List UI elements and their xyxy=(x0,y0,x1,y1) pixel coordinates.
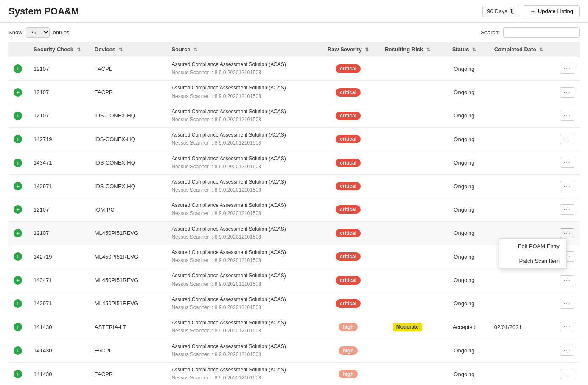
row-actions-button[interactable]: ··· xyxy=(560,64,574,74)
page-title: System POA&M xyxy=(8,6,79,17)
table-row: +12107ML450PI51REVGAssured Compliance As… xyxy=(8,221,580,245)
add-row-icon[interactable]: + xyxy=(14,370,22,378)
risk-cell xyxy=(376,128,440,151)
source-line2: Nessus Scanner :: 8.9.0.202012101508 xyxy=(171,209,315,218)
add-cell: + xyxy=(8,245,28,268)
add-row-icon[interactable]: + xyxy=(14,323,22,331)
add-cell: + xyxy=(8,268,28,292)
search-label: Search: xyxy=(481,29,500,36)
security-check-cell: 142971 xyxy=(28,292,90,315)
risk-cell xyxy=(376,174,440,198)
add-row-icon[interactable]: + xyxy=(14,299,22,308)
row-actions-button[interactable]: ··· xyxy=(560,275,574,285)
add-row-icon[interactable]: + xyxy=(14,88,22,97)
sort-icon-status: ⇅ xyxy=(472,47,476,52)
col-header-date[interactable]: Completed Date ⇅ xyxy=(489,42,552,57)
severity-badge: critical xyxy=(336,159,361,167)
add-row-icon[interactable]: + xyxy=(14,159,22,167)
source-cell: Assured Compliance Assessment Solution (… xyxy=(166,221,320,245)
add-row-icon[interactable]: + xyxy=(14,64,22,73)
source-line1: Assured Compliance Assessment Solution (… xyxy=(171,131,315,139)
action-cell: ··· xyxy=(552,339,580,362)
security-check-cell: 142971 xyxy=(28,174,90,198)
security-check-cell: 141430 xyxy=(28,315,90,339)
severity-cell: critical xyxy=(321,81,376,104)
table-row: +143471ML450PI51REVGAssured Compliance A… xyxy=(8,268,580,292)
row-actions-button[interactable]: ··· xyxy=(560,369,574,379)
device-cell: ML450PI51REVG xyxy=(90,292,167,315)
status-cell: Ongoing xyxy=(439,57,489,81)
security-check-cell: 141430 xyxy=(28,362,90,385)
risk-cell xyxy=(376,151,440,174)
severity-cell: critical xyxy=(321,128,376,151)
severity-cell: critical xyxy=(321,174,376,198)
update-listing-button[interactable]: → Update Listing xyxy=(524,5,580,17)
col-header-status[interactable]: Status ⇅ xyxy=(439,42,489,57)
severity-badge: critical xyxy=(336,88,361,97)
date-cell xyxy=(489,104,552,127)
col-header-risk[interactable]: Resulting Risk ⇅ xyxy=(376,42,440,57)
table-row: +12107IDS-CONEX-HQAssured Compliance Ass… xyxy=(8,104,580,127)
severity-cell: critical xyxy=(321,57,376,81)
status-cell: Ongoing xyxy=(439,81,489,104)
add-row-icon[interactable]: + xyxy=(14,112,22,120)
add-row-icon[interactable]: + xyxy=(14,252,22,261)
add-cell: + xyxy=(8,151,28,174)
update-listing-label: Update Listing xyxy=(538,8,573,14)
edit-poam-menu-item[interactable]: Edit POAM Entry xyxy=(499,239,566,254)
source-line1: Assured Compliance Assessment Solution (… xyxy=(171,319,315,327)
add-cell: + xyxy=(8,221,28,245)
add-row-icon[interactable]: + xyxy=(14,182,22,190)
device-cell: IDS-CONEX-HQ xyxy=(90,104,167,127)
add-row-icon[interactable]: + xyxy=(14,346,22,355)
row-actions-button[interactable]: ··· xyxy=(560,111,574,121)
device-cell: FACPL xyxy=(90,57,167,81)
table-row: +12107FACPLAssured Compliance Assessment… xyxy=(8,57,580,81)
source-line1: Assured Compliance Assessment Solution (… xyxy=(171,343,315,351)
status-cell: Ongoing xyxy=(439,198,489,221)
days-selector[interactable]: 90 Days ⇅ xyxy=(482,6,519,17)
device-cell: IDS-CONEX-HQ xyxy=(90,128,167,151)
row-actions-button[interactable]: ··· xyxy=(560,181,574,191)
row-actions-button[interactable]: ··· xyxy=(560,158,574,168)
row-actions-button[interactable]: ··· xyxy=(560,228,574,238)
table-row: +142971ML450PI51REVGAssured Compliance A… xyxy=(8,292,580,315)
source-line1: Assured Compliance Assessment Solution (… xyxy=(171,248,315,257)
col-header-devices[interactable]: Devices ⇅ xyxy=(90,42,167,57)
source-line2: Nessus Scanner :: 8.9.0.202012101508 xyxy=(171,351,315,359)
col-header-source[interactable]: Source ⇅ xyxy=(166,42,320,57)
row-actions-button[interactable]: ··· xyxy=(560,299,574,309)
add-row-icon[interactable]: + xyxy=(14,276,22,285)
date-cell xyxy=(489,151,552,174)
source-line2: Nessus Scanner :: 8.9.0.202012101508 xyxy=(171,163,315,171)
source-line2: Nessus Scanner :: 8.9.0.202012101508 xyxy=(171,139,315,147)
severity-cell: high xyxy=(321,362,376,385)
row-actions-button[interactable]: ··· xyxy=(560,204,574,215)
sort-icon-severity: ⇅ xyxy=(365,47,369,52)
patch-scan-menu-item[interactable]: Patch Scan Item xyxy=(499,254,566,268)
show-label: Show xyxy=(8,29,22,36)
severity-badge: critical xyxy=(336,252,361,261)
add-cell: + xyxy=(8,104,28,127)
header-controls: 90 Days ⇅ → Update Listing xyxy=(482,5,580,17)
table-row: +141430ASTERIA-LTAssured Compliance Asse… xyxy=(8,315,580,339)
source-line2: Nessus Scanner :: 8.9.0.202012101508 xyxy=(171,327,315,335)
add-cell: + xyxy=(8,315,28,339)
row-actions-button[interactable]: ··· xyxy=(560,134,574,144)
search-input[interactable] xyxy=(503,27,580,38)
add-row-icon[interactable]: + xyxy=(14,205,22,214)
col-header-action xyxy=(552,42,580,57)
row-actions-button[interactable]: ··· xyxy=(560,322,574,332)
row-actions-button[interactable]: ··· xyxy=(560,87,574,98)
status-cell: Ongoing xyxy=(439,292,489,315)
risk-cell xyxy=(376,81,440,104)
main-table-container: Security Check ⇅ Devices ⇅ Source ⇅ Raw … xyxy=(0,42,588,385)
severity-badge: critical xyxy=(336,64,361,73)
col-header-security[interactable]: Security Check ⇅ xyxy=(28,42,90,57)
add-row-icon[interactable]: + xyxy=(14,229,22,237)
entries-select[interactable]: 25 10 50 100 xyxy=(26,27,50,38)
severity-badge: high xyxy=(339,370,358,378)
row-actions-button[interactable]: ··· xyxy=(560,346,574,356)
col-header-severity[interactable]: Raw Severity ⇅ xyxy=(321,42,376,57)
add-row-icon[interactable]: + xyxy=(14,135,22,143)
